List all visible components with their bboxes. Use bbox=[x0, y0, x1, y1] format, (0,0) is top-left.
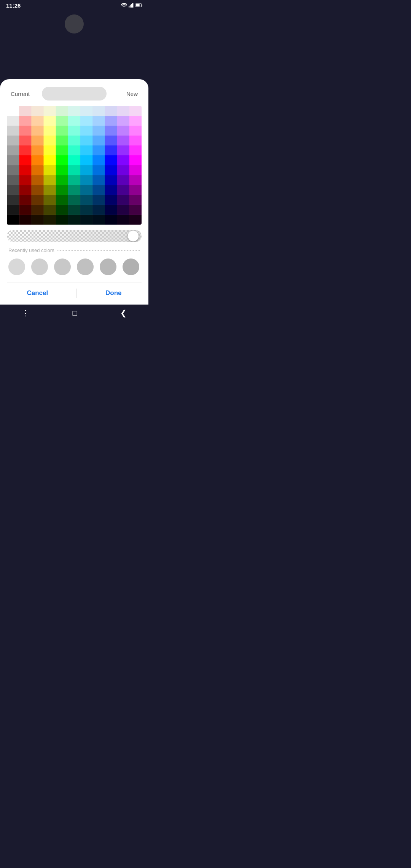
button-divider bbox=[76, 289, 77, 298]
svg-rect-3 bbox=[132, 3, 133, 8]
color-preview-row: Current New bbox=[7, 87, 142, 101]
recent-color-5[interactable] bbox=[100, 258, 116, 275]
status-bar: 11:26 bbox=[0, 0, 148, 11]
recently-used-label: Recently used colors bbox=[7, 247, 142, 253]
battery-icon bbox=[135, 3, 142, 8]
action-buttons: Cancel Done bbox=[7, 282, 142, 298]
signal-icon bbox=[129, 3, 134, 8]
alpha-slider[interactable] bbox=[7, 230, 142, 242]
svg-rect-1 bbox=[130, 5, 131, 8]
svg-rect-4 bbox=[133, 3, 134, 8]
avatar bbox=[65, 14, 84, 34]
new-label: New bbox=[111, 91, 138, 97]
alpha-thumb[interactable] bbox=[128, 231, 139, 241]
svg-rect-6 bbox=[142, 5, 142, 6]
recent-colors-row bbox=[7, 258, 142, 275]
svg-rect-2 bbox=[131, 4, 132, 8]
nav-back-icon[interactable]: ❮ bbox=[120, 308, 127, 318]
alpha-checker bbox=[7, 230, 142, 242]
recent-color-4[interactable] bbox=[77, 258, 94, 275]
alpha-overlay bbox=[7, 230, 142, 242]
wifi-icon bbox=[121, 3, 127, 8]
dotted-separator bbox=[57, 250, 140, 251]
color-preview-swatch bbox=[42, 87, 107, 101]
svg-rect-0 bbox=[129, 6, 129, 8]
nav-menu-icon[interactable]: ⋮ bbox=[22, 308, 29, 318]
nav-home-icon[interactable]: □ bbox=[72, 309, 77, 318]
status-time: 11:26 bbox=[6, 2, 21, 9]
recent-color-2[interactable] bbox=[31, 258, 48, 275]
current-label: Current bbox=[11, 91, 37, 97]
svg-rect-7 bbox=[136, 4, 140, 6]
status-icons bbox=[121, 3, 142, 8]
done-button[interactable]: Done bbox=[94, 288, 133, 298]
color-picker-dialog: Current New Recently used colors Cancel … bbox=[0, 79, 148, 305]
cancel-button[interactable]: Cancel bbox=[15, 288, 59, 298]
recent-color-1[interactable] bbox=[8, 258, 25, 275]
recent-color-6[interactable] bbox=[123, 258, 139, 275]
recent-color-3[interactable] bbox=[54, 258, 71, 275]
color-grid-wrapper[interactable] bbox=[7, 106, 142, 225]
color-grid-canvas[interactable] bbox=[7, 106, 142, 225]
nav-bar: ⋮ □ ❮ bbox=[0, 305, 148, 321]
recently-used-text: Recently used colors bbox=[8, 247, 54, 253]
